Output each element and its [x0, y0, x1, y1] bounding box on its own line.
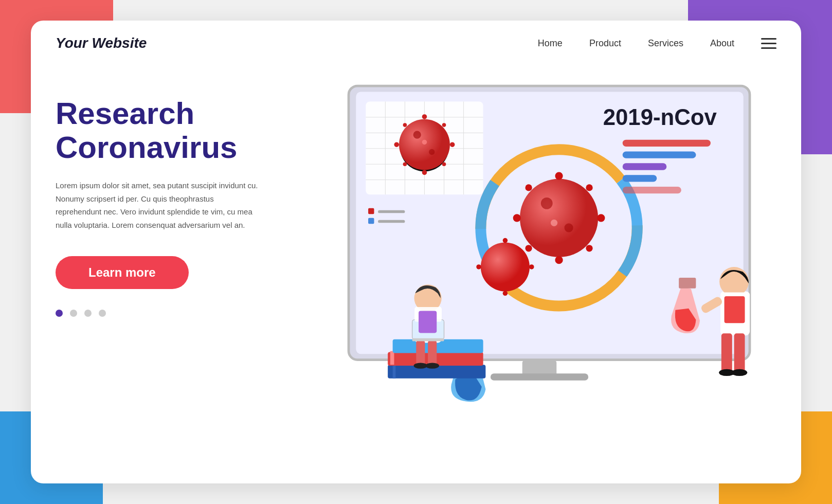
- svg-point-25: [413, 131, 421, 139]
- content-area: Research Coronavirus Lorem ipsum dolor s…: [31, 66, 801, 477]
- svg-rect-80: [725, 296, 745, 323]
- svg-rect-1: [356, 92, 743, 354]
- svg-rect-75: [734, 333, 745, 372]
- svg-rect-70: [412, 338, 444, 341]
- svg-point-39: [541, 197, 553, 209]
- svg-point-34: [597, 214, 605, 222]
- svg-rect-62: [393, 366, 396, 379]
- svg-point-68: [414, 284, 441, 312]
- svg-point-40: [565, 223, 573, 232]
- svg-rect-57: [459, 340, 478, 351]
- svg-point-43: [503, 238, 508, 243]
- learn-more-button[interactable]: Learn more: [56, 256, 189, 289]
- hamburger-line-3: [761, 47, 776, 49]
- svg-rect-48: [623, 140, 711, 147]
- svg-rect-72: [419, 311, 437, 333]
- svg-rect-64: [416, 340, 425, 366]
- navbar: Your Website Home Product Services About: [31, 21, 801, 66]
- svg-point-27: [422, 140, 427, 145]
- svg-point-26: [429, 149, 435, 155]
- svg-point-78: [719, 267, 749, 296]
- svg-rect-54: [378, 210, 405, 213]
- svg-rect-65: [428, 340, 437, 366]
- nav-item-home[interactable]: Home: [538, 38, 563, 49]
- svg-point-36: [586, 184, 592, 191]
- svg-point-17: [422, 114, 427, 119]
- headline-line1: Research: [56, 96, 194, 131]
- svg-rect-52: [623, 187, 681, 193]
- svg-point-67: [425, 363, 439, 368]
- pagination-dots: [56, 310, 302, 317]
- svg-point-29: [481, 150, 637, 306]
- svg-rect-82: [679, 278, 696, 289]
- svg-rect-60: [390, 351, 394, 365]
- svg-rect-73: [720, 292, 750, 336]
- svg-rect-50: [623, 163, 667, 170]
- svg-point-45: [476, 264, 481, 269]
- main-card: Your Website Home Product Services About: [31, 21, 801, 483]
- svg-rect-49: [623, 151, 696, 158]
- svg-point-77: [732, 369, 747, 376]
- headline: Research Coronavirus: [56, 97, 302, 165]
- hamburger-menu[interactable]: [761, 38, 776, 49]
- dot-2[interactable]: [70, 310, 77, 317]
- svg-point-33: [513, 214, 521, 222]
- svg-text:2019-nCov: 2019-nCov: [603, 104, 717, 130]
- left-panel: Research Coronavirus Lorem ipsum dolor s…: [56, 76, 302, 317]
- nav-link-home[interactable]: Home: [538, 38, 563, 48]
- hero-description: Lorem ipsum dolor sit amet, sea putant s…: [56, 179, 261, 231]
- svg-rect-3: [491, 373, 588, 380]
- svg-point-32: [555, 256, 563, 264]
- svg-point-18: [422, 170, 427, 175]
- svg-rect-51: [623, 175, 657, 182]
- svg-rect-53: [368, 208, 374, 214]
- nav-link-product[interactable]: Product: [589, 38, 621, 48]
- nav-item-about[interactable]: About: [710, 38, 734, 49]
- brand-logo[interactable]: Your Website: [56, 35, 147, 51]
- svg-point-20: [450, 142, 455, 147]
- svg-point-38: [586, 245, 592, 251]
- svg-rect-61: [393, 339, 483, 353]
- hamburger-line-2: [761, 43, 776, 44]
- hero-illustration: 2019-nCov: [302, 76, 776, 477]
- svg-point-16: [399, 119, 450, 170]
- svg-point-66: [414, 363, 428, 368]
- headline-line2: Coronavirus: [56, 130, 237, 165]
- svg-point-42: [481, 242, 530, 291]
- svg-rect-4: [366, 101, 483, 194]
- hamburger-line-1: [761, 38, 776, 40]
- svg-rect-63: [414, 306, 441, 343]
- svg-rect-71: [414, 307, 441, 322]
- svg-rect-0: [349, 86, 750, 360]
- svg-point-37: [525, 245, 532, 251]
- svg-point-44: [503, 291, 508, 296]
- svg-point-24: [442, 162, 446, 166]
- svg-point-21: [403, 123, 407, 127]
- nav-link-services[interactable]: Services: [648, 38, 683, 48]
- svg-rect-55: [368, 218, 374, 224]
- dot-3[interactable]: [84, 310, 92, 317]
- svg-point-30: [520, 179, 598, 257]
- nav-links: Home Product Services About: [538, 38, 734, 49]
- svg-rect-74: [721, 333, 732, 372]
- dot-1[interactable]: [56, 310, 63, 317]
- svg-point-22: [442, 123, 446, 127]
- svg-point-35: [525, 184, 532, 191]
- nav-item-product[interactable]: Product: [589, 38, 621, 49]
- svg-point-41: [551, 220, 557, 226]
- dot-4[interactable]: [99, 310, 106, 317]
- svg-rect-56: [378, 220, 405, 223]
- svg-point-31: [555, 172, 563, 179]
- svg-point-23: [403, 162, 407, 166]
- svg-point-76: [719, 369, 734, 376]
- nav-item-services[interactable]: Services: [648, 38, 683, 49]
- svg-rect-2: [522, 361, 557, 376]
- nav-link-about[interactable]: About: [710, 38, 734, 48]
- svg-rect-79: [720, 292, 750, 317]
- svg-point-19: [394, 142, 399, 147]
- svg-point-46: [529, 264, 534, 269]
- right-panel: 2019-nCov: [302, 76, 776, 477]
- svg-point-15: [400, 122, 449, 171]
- svg-rect-59: [388, 352, 483, 366]
- svg-point-28: [481, 150, 637, 306]
